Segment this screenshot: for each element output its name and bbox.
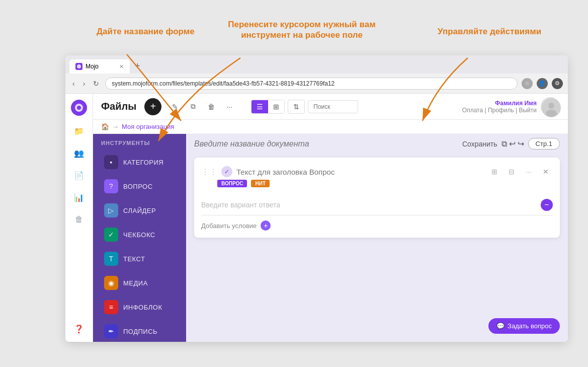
list-view-button[interactable]: ☰ bbox=[251, 100, 268, 113]
tool-slider[interactable]: ▷ СЛАЙДЕР bbox=[96, 199, 183, 222]
category-icon: ▪ bbox=[104, 155, 118, 169]
tool-media[interactable]: ◉ МЕДИА bbox=[96, 271, 183, 295]
app-header: Файлы + ✎ ⧉ 🗑 ··· ☰ ⊞ ⇅ bbox=[93, 94, 568, 120]
breadcrumb-arrow: → bbox=[112, 123, 119, 130]
svg-point-5 bbox=[548, 103, 554, 109]
drag-handle[interactable]: ⋮⋮ bbox=[201, 167, 217, 177]
add-button[interactable]: + bbox=[144, 98, 161, 115]
breadcrumb-org[interactable]: Моя организация bbox=[122, 123, 174, 130]
annotation-label-1: Дайте название форме bbox=[97, 26, 195, 37]
tab-favicon bbox=[75, 63, 82, 70]
user-info: Фамилия Имя Оплата | Профиль | Выйти bbox=[462, 100, 537, 114]
url-bar[interactable] bbox=[105, 78, 518, 90]
browser-window: Mojo ✕ + ‹ › ↻ ☆ 👤 ⚙ 📁 👥 📄 📊 🗑 ❓ bbox=[65, 55, 568, 342]
edit-icon[interactable]: ✎ bbox=[167, 99, 183, 114]
content-area: ИНСТРУМЕНТЫ ▪ КАТЕГОРИЯ ? ВОПРОС ▷ СЛАЙД… bbox=[93, 134, 568, 342]
answer-section: Введите вариант ответа − Добавить услови… bbox=[201, 195, 553, 231]
doc-title-input[interactable] bbox=[194, 139, 456, 149]
tool-infoblock-label: ИНФОБЛОК bbox=[123, 304, 162, 311]
question-more-btn[interactable]: ··· bbox=[522, 165, 536, 179]
question-expand-btn[interactable]: ⊟ bbox=[505, 165, 519, 179]
sidebar-icon-docs[interactable]: 📄 bbox=[72, 168, 86, 182]
signature-icon: ✒ bbox=[104, 324, 118, 338]
annotation-label-2: Перенесите курсором нужный вам инструмен… bbox=[221, 19, 382, 41]
save-button[interactable]: Сохранить bbox=[462, 140, 497, 148]
question-grid-btn[interactable]: ⊞ bbox=[487, 165, 501, 179]
browser-tabs: Mojo ✕ + bbox=[65, 55, 568, 74]
undo-redo-group: ⧉ ↩ ↪ bbox=[501, 139, 524, 149]
svg-point-3 bbox=[77, 106, 81, 110]
tool-question-label: ВОПРОС bbox=[123, 183, 153, 190]
ask-question-button[interactable]: 💬 Задать вопрос bbox=[488, 318, 560, 334]
tool-checkbox-label: ЧЕКБОКС bbox=[123, 231, 155, 239]
tab-close-button[interactable]: ✕ bbox=[119, 63, 124, 70]
copy-icon[interactable]: ⧉ bbox=[186, 99, 201, 114]
question-header-actions: ⊞ ⊟ ··· ✕ bbox=[487, 165, 553, 179]
ask-question-label: Задать вопрос bbox=[508, 322, 552, 330]
app-sidebar: 📁 👥 📄 📊 🗑 ❓ bbox=[65, 94, 93, 342]
sidebar-icon-trash[interactable]: 🗑 bbox=[72, 212, 86, 227]
forward-button[interactable]: › bbox=[81, 79, 88, 89]
settings-icon[interactable]: ⚙ bbox=[552, 78, 563, 89]
form-editor: Сохранить ⧉ ↩ ↪ Стр.1 bbox=[186, 134, 568, 342]
star-icon[interactable]: ☆ bbox=[522, 78, 533, 89]
more-icon[interactable]: ··· bbox=[222, 99, 237, 114]
sidebar-icon-files[interactable]: 📁 bbox=[72, 124, 86, 138]
tool-category[interactable]: ▪ КАТЕГОРИЯ bbox=[96, 151, 183, 174]
tools-sidebar: ИНСТРУМЕНТЫ ▪ КАТЕГОРИЯ ? ВОПРОС ▷ СЛАЙД… bbox=[93, 134, 186, 342]
annotation-label-3: Управляйте действиями bbox=[438, 26, 541, 37]
user-links: Оплата | Профиль | Выйти bbox=[462, 107, 537, 114]
browser-nav-icons: ☆ 👤 ⚙ bbox=[522, 78, 563, 89]
undo-button[interactable]: ↩ bbox=[509, 139, 516, 149]
user-name: Фамилия Имя bbox=[462, 100, 537, 107]
tool-text[interactable]: T ТЕКСТ bbox=[96, 247, 183, 270]
editor-topbar: Сохранить ⧉ ↩ ↪ Стр.1 bbox=[186, 134, 568, 154]
header-user: Фамилия Имя Оплата | Профиль | Выйти bbox=[462, 97, 560, 116]
tool-infoblock[interactable]: ≡ ИНФОБЛОК bbox=[96, 296, 183, 319]
editor-actions: Сохранить ⧉ ↩ ↪ Стр.1 bbox=[462, 138, 560, 150]
tools-header: ИНСТРУМЕНТЫ bbox=[93, 134, 186, 150]
back-button[interactable]: ‹ bbox=[70, 79, 77, 89]
tool-signature[interactable]: ✒ ПОДПИСЬ bbox=[96, 320, 183, 342]
tool-signature-label: ПОДПИСЬ bbox=[123, 328, 157, 335]
question-block: ⋮⋮ ✓ ⊞ ⊟ ··· ✕ bbox=[194, 158, 560, 238]
reload-button[interactable]: ↻ bbox=[91, 79, 101, 89]
sort-button[interactable]: ⇅ bbox=[288, 100, 305, 114]
avatar[interactable] bbox=[541, 97, 560, 116]
tool-text-label: ТЕКСТ bbox=[123, 255, 145, 263]
question-icon: ? bbox=[104, 179, 118, 193]
media-icon: ◉ bbox=[104, 276, 118, 290]
text-icon: T bbox=[104, 252, 118, 266]
ask-icon: 💬 bbox=[496, 322, 505, 330]
question-type-row: ⋮⋮ ✓ ⊞ ⊟ ··· ✕ bbox=[201, 165, 553, 179]
sidebar-icon-users[interactable]: 👥 bbox=[72, 146, 86, 160]
copy-doc-button[interactable]: ⧉ bbox=[501, 139, 507, 149]
header-actions: ✎ ⧉ 🗑 ··· bbox=[167, 99, 237, 114]
delete-icon[interactable]: 🗑 bbox=[204, 99, 219, 114]
tool-checkbox[interactable]: ✓ ЧЕКБОКС bbox=[96, 223, 183, 246]
condition-add-btn[interactable]: + bbox=[261, 221, 271, 231]
tool-question[interactable]: ? ВОПРОС bbox=[96, 175, 183, 198]
condition-row: Добавить условие + bbox=[201, 221, 553, 231]
home-icon: 🏠 bbox=[101, 123, 109, 130]
account-icon[interactable]: 👤 bbox=[537, 78, 548, 89]
answer-remove-btn[interactable]: − bbox=[541, 199, 553, 211]
answer-row: Введите вариант ответа − bbox=[201, 195, 553, 215]
search-input[interactable] bbox=[308, 100, 358, 113]
sidebar-icon-chart[interactable]: 📊 bbox=[72, 190, 86, 204]
tool-media-label: МЕДИА bbox=[123, 279, 148, 287]
view-toggle: ☰ ⊞ bbox=[251, 100, 285, 114]
logo bbox=[71, 100, 87, 116]
question-title-input[interactable] bbox=[236, 168, 483, 176]
question-type-badge: ВОПРОС bbox=[217, 180, 247, 187]
sidebar-icon-help[interactable]: ❓ bbox=[72, 322, 86, 336]
main-content: Файлы + ✎ ⧉ 🗑 ··· ☰ ⊞ ⇅ bbox=[93, 94, 568, 342]
browser-tab-mojo[interactable]: Mojo ✕ bbox=[69, 59, 130, 74]
new-tab-button[interactable]: + bbox=[132, 61, 143, 71]
grid-view-button[interactable]: ⊞ bbox=[268, 100, 284, 113]
redo-button[interactable]: ↪ bbox=[518, 139, 524, 149]
breadcrumb: 🏠 → Моя организация bbox=[93, 120, 568, 134]
svg-point-1 bbox=[77, 64, 81, 68]
question-close-btn[interactable]: ✕ bbox=[539, 165, 553, 179]
tool-category-label: КАТЕГОРИЯ bbox=[123, 159, 163, 166]
